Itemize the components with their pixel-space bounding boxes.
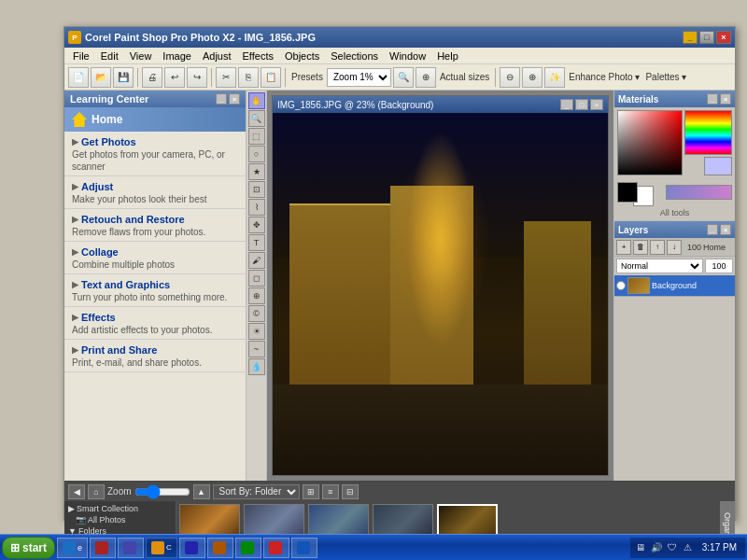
- learning-section-retouch[interactable]: ▶ Retouch and Restore Remove flaws from …: [64, 209, 246, 242]
- text-tool[interactable]: T: [248, 234, 265, 251]
- menu-file[interactable]: File: [68, 49, 94, 63]
- image-canvas: [273, 113, 608, 475]
- dodge-tool[interactable]: ☀: [248, 323, 265, 340]
- materials-minimize[interactable]: _: [707, 93, 718, 105]
- taskbar-a[interactable]: [263, 538, 289, 558]
- view-btn2[interactable]: ≡: [322, 484, 339, 499]
- img-minimize[interactable]: _: [560, 99, 573, 110]
- new-button[interactable]: 📄: [68, 67, 89, 88]
- magic-wand[interactable]: ★: [248, 163, 265, 180]
- undo-button[interactable]: ↩: [164, 67, 185, 88]
- menu-image[interactable]: Image: [158, 49, 196, 63]
- zoom-more-btn[interactable]: ⊕: [416, 67, 436, 88]
- minimize-button[interactable]: _: [683, 31, 698, 44]
- view-btn3[interactable]: ⊟: [342, 484, 359, 499]
- taskbar-b1[interactable]: [90, 538, 116, 558]
- img-close[interactable]: ×: [590, 99, 603, 110]
- taskbar-t[interactable]: [207, 538, 233, 558]
- menu-view[interactable]: View: [125, 49, 157, 63]
- learning-section-adjust[interactable]: ▶ Adjust Make your photos look their bes…: [64, 176, 246, 209]
- taskbar-c3[interactable]: [235, 538, 261, 558]
- panel-close[interactable]: ×: [229, 93, 240, 105]
- menu-window[interactable]: Window: [385, 49, 430, 63]
- zoom-in-tool[interactable]: 🔍: [393, 67, 414, 88]
- retouch-title: Retouch and Restore: [81, 214, 185, 225]
- menu-edit[interactable]: Edit: [96, 49, 123, 63]
- view-btn1[interactable]: ⊞: [303, 484, 319, 499]
- zoom-in-btn[interactable]: ⊕: [522, 67, 543, 88]
- layer-background[interactable]: Background: [614, 275, 735, 297]
- layers-close[interactable]: ×: [720, 224, 731, 235]
- zoom-combo[interactable]: Zoom 1% 25% 50% 100%: [327, 68, 391, 87]
- building-left: [289, 203, 390, 402]
- paste-button[interactable]: 📋: [261, 67, 281, 88]
- img-maximize[interactable]: □: [575, 99, 588, 110]
- paint-tool[interactable]: 🖌: [248, 252, 265, 269]
- blend-mode-select[interactable]: Normal Multiply Screen: [616, 259, 703, 273]
- filmstrip-prev[interactable]: ◀: [68, 484, 85, 499]
- menu-selections[interactable]: Selections: [326, 49, 383, 63]
- crop-tool[interactable]: ⊡: [248, 181, 265, 198]
- effects-desc: Add artistic effects to your photos.: [72, 324, 238, 336]
- panel-minimize[interactable]: _: [216, 93, 227, 105]
- learning-section-text[interactable]: ▶ Text and Graphics Turn your photo into…: [64, 274, 246, 307]
- start-button[interactable]: ⊞ start: [2, 537, 55, 559]
- layer-down-btn[interactable]: ↓: [667, 240, 682, 255]
- lasso-tool[interactable]: ○: [248, 146, 265, 162]
- filmstrip-up[interactable]: ▲: [193, 484, 210, 499]
- menu-objects[interactable]: Objects: [280, 49, 324, 63]
- heal-tool[interactable]: ⊕: [248, 287, 265, 304]
- materials-close[interactable]: ×: [720, 93, 731, 105]
- move-tool[interactable]: ✥: [248, 217, 265, 233]
- eraser-tool[interactable]: ◻: [248, 270, 265, 287]
- tray-volume: 🔊: [650, 541, 663, 554]
- zoom-slider[interactable]: [134, 486, 190, 497]
- taskbar-w[interactable]: [291, 538, 317, 558]
- layers-minimize[interactable]: _: [707, 224, 718, 235]
- learning-section-effects[interactable]: ▶ Effects Add artistic effects to your p…: [64, 307, 246, 340]
- menu-effects[interactable]: Effects: [238, 49, 278, 63]
- menu-help[interactable]: Help: [432, 49, 463, 63]
- delete-layer-btn[interactable]: 🗑: [633, 240, 648, 255]
- color-picker[interactable]: [617, 110, 683, 175]
- pan-tool[interactable]: ✋: [248, 92, 265, 109]
- taskbar-m[interactable]: [179, 538, 205, 558]
- zoom-label: Zoom: [107, 486, 132, 497]
- new-layer-btn[interactable]: +: [616, 240, 631, 255]
- tool-palette: ✋ 🔍 ⬚ ○ ★ ⊡ ⌇ ✥ T 🖌 ◻ ⊕ © ☀ ~ 💧: [247, 91, 267, 481]
- fg-color-swatch[interactable]: [617, 182, 638, 203]
- smudge-tool[interactable]: ~: [248, 341, 265, 357]
- zoom-tool[interactable]: 🔍: [248, 110, 265, 127]
- taskbar-corel[interactable]: C: [146, 538, 177, 558]
- opacity-input[interactable]: [705, 259, 733, 273]
- layer-up-btn[interactable]: ↑: [650, 240, 665, 255]
- redo-button[interactable]: ↪: [187, 67, 207, 88]
- learning-section-print[interactable]: ▶ Print and Share Print, e-mail, and sha…: [64, 340, 246, 372]
- menu-adjust[interactable]: Adjust: [198, 49, 236, 63]
- eyedropper-tool[interactable]: 💧: [248, 358, 265, 375]
- straighten-tool[interactable]: ⌇: [248, 199, 265, 216]
- clone-tool[interactable]: ©: [248, 305, 265, 322]
- enhance-photo-btn[interactable]: ✨: [544, 67, 565, 88]
- zoom-out-btn[interactable]: ⊖: [500, 67, 520, 88]
- select-tool[interactable]: ⬚: [248, 128, 265, 145]
- copy-button[interactable]: ⎘: [238, 67, 259, 88]
- save-button[interactable]: 💾: [113, 67, 134, 88]
- file-tree-all[interactable]: 📷 All Photos: [66, 514, 174, 525]
- file-tree-smart[interactable]: ▶ Smart Collection: [66, 503, 174, 514]
- maximize-button[interactable]: □: [699, 31, 714, 44]
- layer-eye-icon[interactable]: [616, 281, 626, 290]
- close-button[interactable]: ×: [716, 31, 731, 44]
- taskbar-ie[interactable]: e: [57, 538, 88, 558]
- cut-button[interactable]: ✂: [216, 67, 236, 88]
- sort-combo[interactable]: Sort By: Folder Sort By: Date Sort By: N…: [213, 484, 300, 499]
- canvas-area: IMG_1856.JPG @ 23% (Background) _ □ ×: [267, 91, 613, 481]
- print-button[interactable]: 🖨: [142, 67, 162, 88]
- taskbar-b2[interactable]: [118, 538, 144, 558]
- filmstrip-home[interactable]: ⌂: [88, 484, 105, 499]
- learning-section-collage[interactable]: ▶ Collage Combine multiple photos: [64, 242, 246, 274]
- learning-section-get-photos[interactable]: ▶ Get Photos Get photos from your camera…: [64, 132, 246, 176]
- learning-home-item[interactable]: Home: [64, 107, 246, 132]
- hue-slider[interactable]: [684, 110, 732, 155]
- open-button[interactable]: 📂: [91, 67, 111, 88]
